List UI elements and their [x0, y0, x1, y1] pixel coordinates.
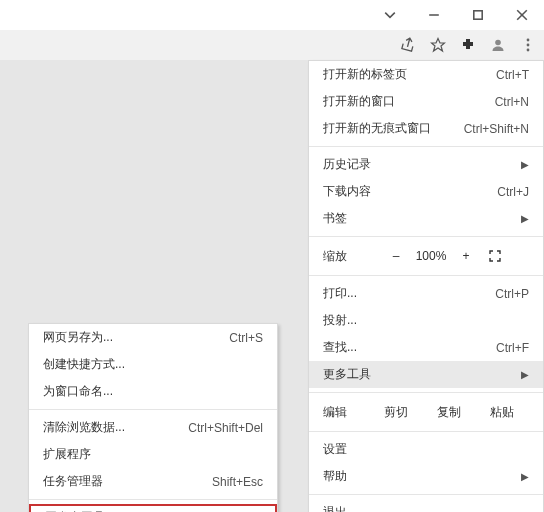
kebab-menu-icon[interactable]: [518, 35, 538, 55]
menu-shortcut: Ctrl+Shift+N: [464, 122, 529, 136]
menu-label: 投射...: [323, 312, 357, 329]
separator: [309, 236, 543, 237]
fullscreen-icon[interactable]: [481, 250, 509, 262]
edit-copy[interactable]: 复制: [422, 404, 475, 421]
menu-label: 清除浏览数据...: [43, 419, 125, 436]
zoom-in-button[interactable]: +: [451, 249, 481, 263]
menu-new-tab[interactable]: 打开新的标签页Ctrl+T: [309, 61, 543, 88]
menu-more-tools[interactable]: 更多工具▶: [309, 361, 543, 388]
menu-incognito[interactable]: 打开新的无痕式窗口Ctrl+Shift+N: [309, 115, 543, 142]
menu-label: 网页另存为...: [43, 329, 113, 346]
chevron-right-icon: ▶: [521, 369, 529, 380]
svg-point-5: [527, 39, 530, 42]
menu-cast[interactable]: 投射...: [309, 307, 543, 334]
main-menu: 打开新的标签页Ctrl+T 打开新的窗口Ctrl+N 打开新的无痕式窗口Ctrl…: [308, 60, 544, 512]
menu-label: 打印...: [323, 285, 357, 302]
submenu-extensions[interactable]: 扩展程序: [29, 441, 277, 468]
zoom-percent: 100%: [411, 249, 451, 263]
menu-label: 扩展程序: [43, 446, 91, 463]
svg-point-4: [495, 40, 501, 46]
menu-label: 任务管理器: [43, 473, 103, 490]
svg-point-6: [527, 44, 530, 47]
menu-new-window[interactable]: 打开新的窗口Ctrl+N: [309, 88, 543, 115]
menu-shortcut: Ctrl+T: [496, 68, 529, 82]
svg-rect-1: [474, 11, 482, 19]
separator: [309, 392, 543, 393]
menu-shortcut: Ctrl+N: [495, 95, 529, 109]
separator: [309, 275, 543, 276]
submenu-clear-data[interactable]: 清除浏览数据...Ctrl+Shift+Del: [29, 414, 277, 441]
menu-label: 下载内容: [323, 183, 371, 200]
menu-shortcut: Ctrl+S: [229, 331, 263, 345]
menu-exit[interactable]: 退出: [309, 499, 543, 512]
chevron-right-icon: ▶: [521, 159, 529, 170]
edit-paste[interactable]: 粘贴: [476, 404, 529, 421]
maximize-button[interactable]: [456, 0, 500, 30]
menu-shortcut: Shift+Esc: [212, 475, 263, 489]
menu-shortcut: Ctrl+Shift+Del: [188, 421, 263, 435]
browser-toolbar: [0, 30, 544, 60]
share-icon[interactable]: [398, 35, 418, 55]
menu-zoom: 缩放 – 100% +: [309, 241, 543, 271]
edit-cut[interactable]: 剪切: [369, 404, 422, 421]
edit-label: 编辑: [323, 404, 369, 421]
more-tools-submenu: 网页另存为...Ctrl+S 创建快捷方式... 为窗口命名... 清除浏览数据…: [28, 323, 278, 512]
star-icon[interactable]: [428, 35, 448, 55]
menu-label: 打开新的无痕式窗口: [323, 120, 431, 137]
menu-find[interactable]: 查找...Ctrl+F: [309, 334, 543, 361]
close-button[interactable]: [500, 0, 544, 30]
menu-bookmarks[interactable]: 书签▶: [309, 205, 543, 232]
separator: [29, 409, 277, 410]
menu-label: 更多工具: [323, 366, 371, 383]
menu-history[interactable]: 历史记录▶: [309, 151, 543, 178]
menu-help[interactable]: 帮助▶: [309, 463, 543, 490]
menu-label: 设置: [323, 441, 347, 458]
separator: [309, 431, 543, 432]
menu-shortcut: Ctrl+F: [496, 341, 529, 355]
submenu-save-as[interactable]: 网页另存为...Ctrl+S: [29, 324, 277, 351]
menu-settings[interactable]: 设置: [309, 436, 543, 463]
menu-label: 书签: [323, 210, 347, 227]
menu-label: 打开新的标签页: [323, 66, 407, 83]
menu-print[interactable]: 打印...Ctrl+P: [309, 280, 543, 307]
minimize-button[interactable]: [412, 0, 456, 30]
menu-label: 历史记录: [323, 156, 371, 173]
menu-label: 退出: [323, 504, 347, 512]
menu-label: 为窗口命名...: [43, 383, 113, 400]
submenu-create-shortcut[interactable]: 创建快捷方式...: [29, 351, 277, 378]
window-titlebar: [0, 0, 544, 30]
submenu-name-window[interactable]: 为窗口命名...: [29, 378, 277, 405]
profile-icon[interactable]: [488, 35, 508, 55]
menu-edit-row: 编辑 剪切 复制 粘贴: [309, 397, 543, 427]
menu-shortcut: Ctrl+J: [497, 185, 529, 199]
menu-label: 创建快捷方式...: [43, 356, 125, 373]
chevron-right-icon: ▶: [521, 471, 529, 482]
menu-shortcut: Ctrl+P: [495, 287, 529, 301]
menu-label: 查找...: [323, 339, 357, 356]
svg-point-7: [527, 49, 530, 52]
extensions-icon[interactable]: [458, 35, 478, 55]
chevron-down-icon[interactable]: [368, 0, 412, 30]
menu-label: 帮助: [323, 468, 347, 485]
menu-label: 打开新的窗口: [323, 93, 395, 110]
chevron-right-icon: ▶: [521, 213, 529, 224]
separator: [309, 494, 543, 495]
zoom-out-button[interactable]: –: [381, 249, 411, 263]
zoom-label: 缩放: [323, 248, 381, 265]
submenu-devtools[interactable]: 开发者工具Ctrl+Shift+I: [29, 504, 277, 512]
separator: [309, 146, 543, 147]
menu-downloads[interactable]: 下载内容Ctrl+J: [309, 178, 543, 205]
separator: [29, 499, 277, 500]
submenu-task-manager[interactable]: 任务管理器Shift+Esc: [29, 468, 277, 495]
